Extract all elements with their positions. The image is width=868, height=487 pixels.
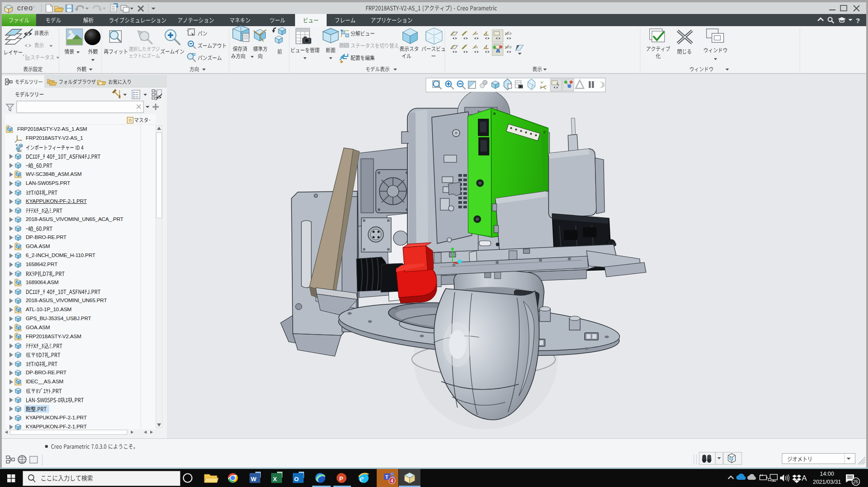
- svg-text:O: O: [294, 476, 299, 482]
- svg-text:10.0: 10.0: [505, 45, 512, 49]
- svg-text:X: X: [273, 476, 277, 482]
- svg-text:W: W: [251, 476, 257, 482]
- svg-text:10.0: 10.0: [505, 32, 512, 36]
- svg-text:✱: ✱: [99, 81, 102, 86]
- svg-text:P: P: [339, 475, 343, 482]
- svg-text:xx: xx: [474, 32, 478, 36]
- svg-text:xx: xx: [474, 45, 478, 49]
- svg-text:4: 4: [391, 478, 393, 483]
- svg-text:x/: x/: [540, 80, 544, 84]
- svg-text:26: 26: [853, 479, 859, 484]
- svg-text:T: T: [385, 474, 388, 480]
